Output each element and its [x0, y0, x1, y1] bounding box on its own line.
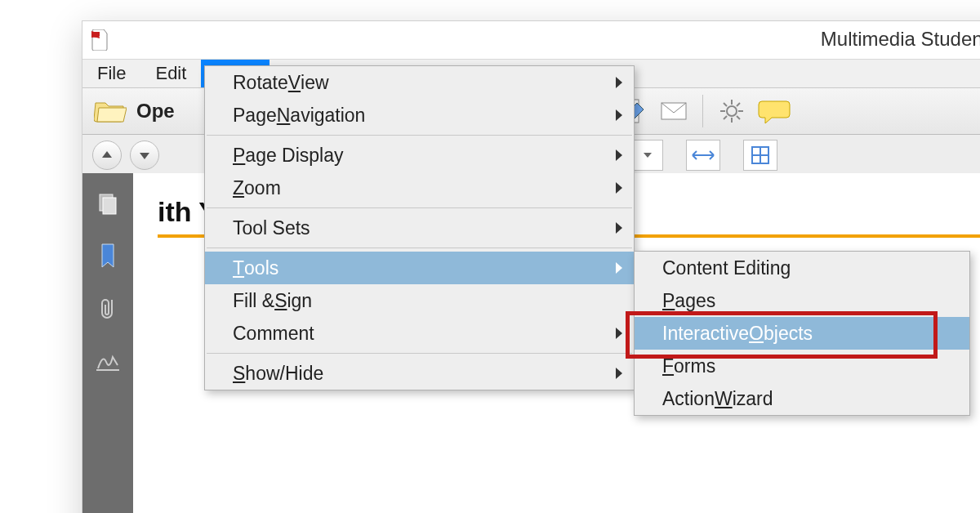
- svg-line-12: [737, 103, 740, 106]
- title-bar: Multimedia Student Guide: [82, 21, 980, 60]
- view-menu-item[interactable]: Page Navigation: [205, 99, 634, 132]
- svg-line-13: [724, 116, 727, 119]
- bookmarks-panel-icon[interactable]: [91, 240, 124, 273]
- view-dropdown-menu: Rotate ViewPage NavigationPage DisplayZo…: [204, 65, 635, 390]
- view-menu-item[interactable]: Tool Sets: [205, 212, 634, 244]
- tools-submenu-item[interactable]: Action Wizard: [635, 382, 969, 415]
- view-menu-item[interactable]: Tools: [205, 252, 634, 284]
- pages-panel-icon[interactable]: [91, 188, 124, 221]
- toolbar-separator: [702, 95, 703, 127]
- zoom-dropdown-icon[interactable]: [632, 141, 662, 170]
- page-up-button[interactable]: [92, 141, 122, 170]
- fit-width-icon[interactable]: [686, 140, 720, 171]
- menu-file[interactable]: File: [82, 60, 140, 87]
- tools-submenu: Content EditingPagesInteractive ObjectsF…: [634, 251, 970, 416]
- view-menu-item[interactable]: Rotate View: [205, 66, 634, 99]
- open-folder-icon[interactable]: [94, 98, 127, 124]
- svg-point-5: [727, 106, 737, 116]
- side-panel: [82, 173, 133, 513]
- mail-icon[interactable]: [655, 95, 693, 127]
- tools-submenu-item[interactable]: Content Editing: [635, 252, 969, 284]
- svg-rect-16: [103, 198, 116, 214]
- menu-separator: [207, 248, 632, 248]
- view-menu-item[interactable]: Zoom: [205, 172, 634, 204]
- attachments-panel-icon[interactable]: [91, 292, 124, 325]
- fit-page-icon[interactable]: [743, 140, 777, 171]
- open-button-label[interactable]: Ope: [136, 100, 175, 123]
- menu-separator: [207, 353, 632, 354]
- svg-line-10: [724, 103, 727, 106]
- signatures-panel-icon[interactable]: [91, 345, 124, 377]
- view-menu-item[interactable]: Show/Hide: [205, 357, 634, 390]
- view-menu-item[interactable]: Page Display: [205, 139, 634, 172]
- menu-separator: [207, 207, 632, 208]
- page-down-button[interactable]: [130, 141, 159, 170]
- comment-bubble-icon[interactable]: [755, 95, 793, 127]
- window-title: Multimedia Student Guide: [82, 28, 980, 51]
- tools-submenu-item[interactable]: Pages: [635, 284, 969, 317]
- menu-separator: [207, 135, 632, 136]
- tools-submenu-item[interactable]: Interactive Objects: [635, 317, 969, 350]
- menu-edit[interactable]: Edit: [140, 60, 201, 87]
- view-menu-item[interactable]: Fill & Sign: [205, 284, 634, 317]
- svg-line-11: [737, 116, 740, 119]
- view-menu-item[interactable]: Comment: [205, 317, 634, 350]
- gear-icon[interactable]: [713, 95, 751, 127]
- tools-submenu-item[interactable]: Forms: [635, 350, 969, 382]
